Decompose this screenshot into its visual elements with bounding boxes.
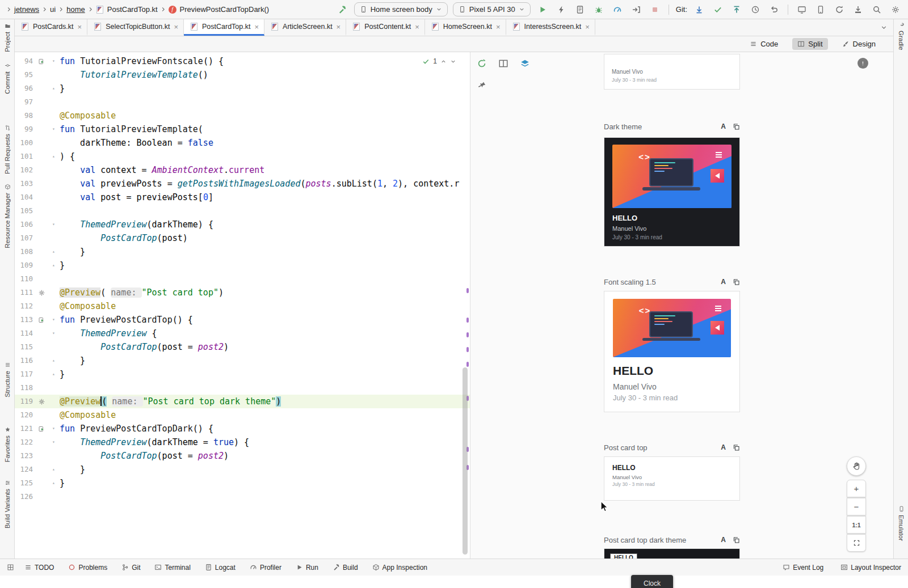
tab-list-button[interactable]: [875, 19, 893, 36]
code-line[interactable]: 117▴}: [15, 367, 470, 381]
breadcrumb-item[interactable]: PreviewPostCardTopDark(): [179, 5, 271, 14]
zoom-out-button[interactable]: −: [847, 498, 866, 515]
font-settings-icon[interactable]: A: [721, 278, 726, 286]
build-project-button[interactable]: [335, 3, 349, 16]
font-settings-icon[interactable]: A: [721, 443, 726, 451]
fold-marker[interactable]: ▴: [48, 150, 60, 163]
code-line[interactable]: 97: [15, 95, 470, 109]
rollback-button[interactable]: [767, 3, 781, 16]
font-settings-icon[interactable]: A: [721, 536, 726, 544]
fold-marker[interactable]: ▴: [48, 354, 60, 367]
code-line[interactable]: 95 TutorialPreviewTemplate(): [15, 68, 470, 82]
mode-code[interactable]: Code: [745, 38, 783, 50]
tool-button-emulator[interactable]: Emulator: [894, 506, 908, 541]
run-preview-icon[interactable]: [38, 425, 45, 433]
code-line[interactable]: 114▾ ThemedPreview {: [15, 327, 470, 340]
issues-indicator[interactable]: [857, 58, 868, 69]
statusbar-layout-inspector[interactable]: Layout Inspector: [840, 564, 901, 572]
mode-split[interactable]: Split: [792, 38, 827, 50]
statusbar-app-inspection[interactable]: App Inspection: [372, 564, 427, 572]
code-line[interactable]: 126: [15, 490, 470, 504]
close-icon[interactable]: ×: [78, 23, 82, 31]
statusbar-run[interactable]: Run: [296, 564, 318, 572]
fold-marker[interactable]: ▴: [48, 367, 60, 381]
inspections-widget[interactable]: 1: [419, 56, 460, 66]
run-config-select[interactable]: Home screen body: [354, 2, 448, 16]
run-preview-icon[interactable]: [38, 316, 45, 324]
tool-button-favorites[interactable]: Favorites: [0, 426, 15, 462]
code-line[interactable]: 96▴}: [15, 82, 470, 95]
close-icon[interactable]: ×: [496, 23, 501, 31]
gutter-icon-cell[interactable]: [35, 422, 48, 435]
profile-button[interactable]: [611, 3, 624, 16]
statusbar-build[interactable]: Build: [333, 564, 358, 572]
code-line[interactable]: 101▴) {: [15, 150, 470, 163]
next-issue-icon[interactable]: [450, 58, 456, 65]
font-settings-icon[interactable]: A: [721, 122, 726, 130]
code-line[interactable]: 120@Composable: [15, 408, 470, 422]
code-line[interactable]: 94▾fun TutorialPreviewFontscale() {: [15, 54, 470, 68]
tool-button-project[interactable]: Project: [0, 23, 15, 52]
new-window-icon[interactable]: [733, 444, 740, 451]
mode-design[interactable]: Design: [837, 38, 881, 50]
fold-marker[interactable]: ▴: [48, 463, 60, 476]
tool-button-structure[interactable]: Structure: [0, 362, 15, 397]
fold-marker[interactable]: ▴: [48, 259, 60, 272]
fold-marker[interactable]: ▾: [48, 422, 60, 435]
statusbar-problems[interactable]: Problems: [68, 564, 107, 572]
code-line[interactable]: 102 val context = AmbientContext.current: [15, 163, 470, 177]
pin-icon[interactable]: [476, 79, 487, 91]
code-line[interactable]: 108▴ }: [15, 245, 470, 259]
history-button[interactable]: [749, 3, 762, 16]
search-button[interactable]: [870, 3, 884, 16]
update-project-button[interactable]: [692, 3, 706, 16]
tab-postcards-kt[interactable]: PostCards.kt×: [15, 19, 87, 36]
code-line[interactable]: 109▴}: [15, 259, 470, 272]
attach-debugger-button[interactable]: [629, 3, 643, 16]
fold-marker[interactable]: ▾: [48, 327, 60, 340]
code-line[interactable]: 112@Composable: [15, 299, 470, 313]
stop-button[interactable]: [648, 3, 662, 16]
code-line[interactable]: 118: [15, 381, 470, 395]
apply-changes-button[interactable]: [554, 3, 568, 16]
tab-postcontent-kt[interactable]: PostContent.kt×: [346, 19, 425, 36]
tab-interestsscreen-kt[interactable]: InterestsScreen.kt×: [506, 19, 595, 36]
fold-marker[interactable]: ▾: [48, 313, 60, 327]
breadcrumb-item[interactable]: ui: [49, 5, 57, 14]
push-button[interactable]: [730, 3, 743, 16]
statusbar-profiler[interactable]: Profiler: [250, 564, 281, 572]
code-line[interactable]: 98@Composable: [15, 109, 470, 122]
fold-marker[interactable]: ▾: [48, 218, 60, 231]
settings-button[interactable]: [889, 3, 902, 16]
code-editor[interactable]: 94▾fun TutorialPreviewFontscale() {95 Tu…: [15, 52, 470, 559]
tool-button-pull-requests[interactable]: Pull Requests: [0, 125, 15, 174]
fold-marker[interactable]: ▾: [48, 435, 60, 449]
commit-button[interactable]: [711, 3, 725, 16]
apply-code-changes-button[interactable]: [573, 3, 587, 16]
gutter-icon-cell[interactable]: [35, 54, 48, 68]
run-button[interactable]: [536, 3, 549, 16]
new-window-icon[interactable]: [733, 123, 740, 130]
preview-settings-icon[interactable]: [38, 289, 45, 297]
gutter-icon-cell[interactable]: [35, 313, 48, 327]
breadcrumb-item[interactable]: PostCardTop.kt: [106, 5, 159, 14]
run-preview-icon[interactable]: [38, 58, 45, 65]
code-line[interactable]: 105: [15, 204, 470, 218]
code-line[interactable]: 124▴ }: [15, 463, 470, 476]
zoom-in-button[interactable]: +: [847, 480, 866, 497]
code-line[interactable]: 110: [15, 272, 470, 286]
statusbar-event-log[interactable]: Event Log: [783, 564, 823, 572]
close-icon[interactable]: ×: [337, 23, 341, 31]
tab-articlescreen-kt[interactable]: ArticleScreen.kt×: [264, 19, 346, 36]
debug-button[interactable]: [592, 3, 606, 16]
statusbar-logcat[interactable]: Logcat: [205, 564, 236, 572]
code-line[interactable]: 125▴}: [15, 476, 470, 490]
code-line[interactable]: 104 val post = previewPosts[0]: [15, 191, 470, 204]
layers-button[interactable]: [518, 57, 532, 70]
zoom-fit-button[interactable]: [847, 534, 866, 552]
new-window-icon[interactable]: [733, 278, 740, 286]
code-line[interactable]: 121▾fun PreviewPostCardTopDark() {: [15, 422, 470, 435]
tool-button-gradle[interactable]: Gradle: [894, 22, 908, 50]
code-line[interactable]: 122▾ ThemedPreview(darkTheme = true) {: [15, 435, 470, 449]
code-line[interactable]: 116▴ }: [15, 354, 470, 367]
